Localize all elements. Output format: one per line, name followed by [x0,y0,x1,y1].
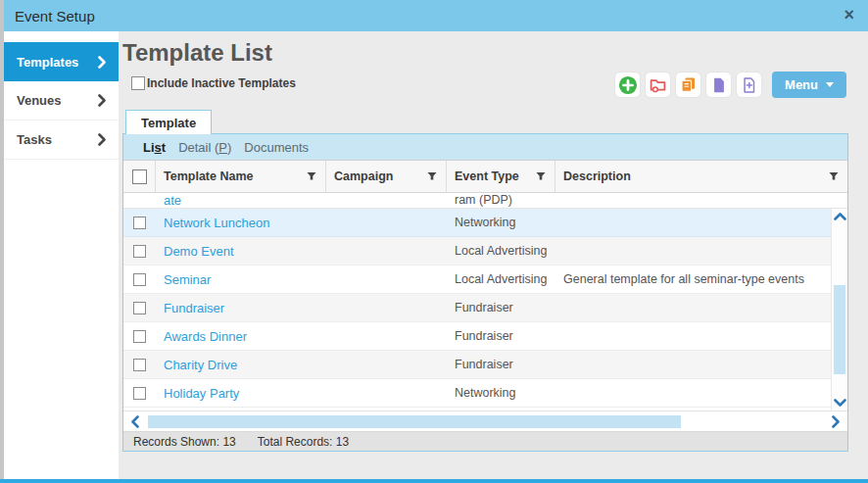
subtab-documents[interactable]: Documents [244,140,309,155]
add-document-icon [741,76,758,94]
column-label: Description [563,169,631,183]
event-type-cell: Fundraiser [447,301,555,314]
table-row[interactable]: Awards DinnerFundraiser [123,322,847,351]
template-name-link[interactable]: Holiday Party [164,386,239,401]
template-name-link[interactable]: Fundraiser [164,301,224,315]
chevron-right-icon [98,56,106,69]
row-checkbox[interactable] [133,359,146,371]
row-checkbox-cell [123,387,156,400]
add-button[interactable] [614,72,641,98]
row-checkbox[interactable] [133,330,146,343]
template-name-link[interactable]: Network Luncheon [164,216,269,230]
horizontal-scroll-track[interactable] [148,415,823,428]
table-row[interactable]: Demo EventLocal Advertising [123,237,847,266]
table-row[interactable]: Holiday PartyNetworking [123,379,847,408]
template-name-cell: Demo Event [156,244,326,259]
grid-body: ateram (PDP)Network LuncheonNetworkingDe… [123,193,847,411]
dialog-title: Event Setup [15,8,95,24]
event-type-cell: Local Advertising [447,244,555,258]
row-checkbox[interactable] [133,387,146,400]
subtab-detail[interactable]: Detail (P) [178,140,231,155]
template-name-cell: Network Luncheon [156,216,326,230]
folder-button[interactable] [645,72,671,98]
column-header-campaign[interactable]: Campaign [326,161,447,192]
scroll-up-icon[interactable] [832,212,847,220]
chevron-right-icon [98,94,106,107]
column-header-description[interactable]: Description [555,161,847,192]
horizontal-scroll-thumb[interactable] [148,415,681,428]
dialog-bottom-edge [0,479,868,483]
row-checkbox[interactable] [133,217,146,229]
table-row[interactable]: SeminarLocal AdvertisingGeneral template… [123,266,847,294]
row-checkbox[interactable] [133,273,146,286]
scroll-down-icon[interactable] [832,399,847,408]
page-title: Template List [122,39,272,67]
subtab-label-part: t [162,140,166,155]
subtab-label-part: Detail ( [178,140,218,155]
include-inactive-label: Include Inactive Templates [147,76,296,90]
filter-icon[interactable] [307,171,316,181]
horizontal-scrollbar[interactable] [123,411,847,431]
event-type-cell: Local Advertising [447,272,555,286]
table-row[interactable]: Charity DriveFundraiser [123,351,847,379]
copy-icon [679,75,698,94]
status-bar: Records Shown: 13 Total Records: 13 [123,431,847,451]
sidebar-item-label: Venues [17,93,62,108]
scroll-left-icon[interactable] [130,415,139,428]
sidebar-item-templates[interactable]: Templates [4,42,119,81]
row-checkbox-cell [123,273,156,286]
row-checkbox-cell [123,359,156,371]
vertical-scroll-thumb[interactable] [834,285,845,374]
add-document-button[interactable] [736,72,762,98]
vertical-scrollbar[interactable] [831,209,847,411]
filter-icon[interactable] [829,171,839,181]
row-checkbox[interactable] [133,245,146,258]
tab-template[interactable]: Template [125,110,212,134]
description-cell: General template for all seminar-type ev… [555,272,847,286]
table-row[interactable]: ateram (PDP) [123,193,847,209]
toolbar: Menu [614,72,846,98]
scroll-right-icon[interactable] [832,415,841,428]
chevron-down-icon [826,82,834,87]
include-inactive-templates: Include Inactive Templates [131,76,296,90]
folder-icon [649,75,667,94]
subtab-label-part: ) [227,140,231,155]
filter-icon[interactable] [427,171,437,181]
template-name-cell: Awards Dinner [156,329,326,344]
menu-button-label: Menu [785,77,818,92]
filter-icon[interactable] [536,171,546,181]
column-header-event-type[interactable]: Event Type [447,161,555,192]
event-type-cell: Networking [447,386,555,400]
event-type-cell: ram (PDP) [447,193,555,208]
event-type-cell: Fundraiser [447,358,555,371]
event-setup-dialog: Event Setup × Templates Venues Tasks Tem… [0,0,868,483]
sidebar-item-venues[interactable]: Venues [4,81,119,121]
template-name-link[interactable]: Awards Dinner [164,329,247,344]
template-name-cell: Fundraiser [156,301,326,315]
row-checkbox-cell [123,302,156,314]
menu-button[interactable]: Menu [772,72,846,98]
table-row[interactable]: Network LuncheonNetworking [123,209,847,237]
document-button[interactable] [705,72,732,98]
copy-button[interactable] [675,72,701,98]
template-name-link[interactable]: Charity Drive [164,358,237,372]
template-name-link[interactable]: ate [164,193,181,208]
subtab-list[interactable]: List [143,140,166,155]
template-name-link[interactable]: Demo Event [164,244,234,259]
subtab-label-part: Li [143,140,155,155]
column-header-template-name[interactable]: Template Name [156,161,326,192]
sidebar-item-tasks[interactable]: Tasks [4,121,119,160]
template-panel: List Detail (P) Documents Template Name … [122,133,848,452]
column-label: Event Type [455,169,519,183]
total-records: Total Records: 13 [258,435,349,449]
template-name-cell: Holiday Party [156,386,326,401]
grid-header: Template Name Campaign Event Type Descri… [123,160,847,193]
include-inactive-checkbox[interactable] [131,76,145,90]
select-all-checkbox[interactable] [132,169,147,184]
template-name-link[interactable]: Seminar [164,272,211,287]
close-icon[interactable]: × [844,5,854,24]
subtab-accel: P [218,140,227,155]
row-checkbox-cell [123,330,156,343]
row-checkbox[interactable] [133,302,146,314]
table-row[interactable]: FundraiserFundraiser [123,294,847,322]
